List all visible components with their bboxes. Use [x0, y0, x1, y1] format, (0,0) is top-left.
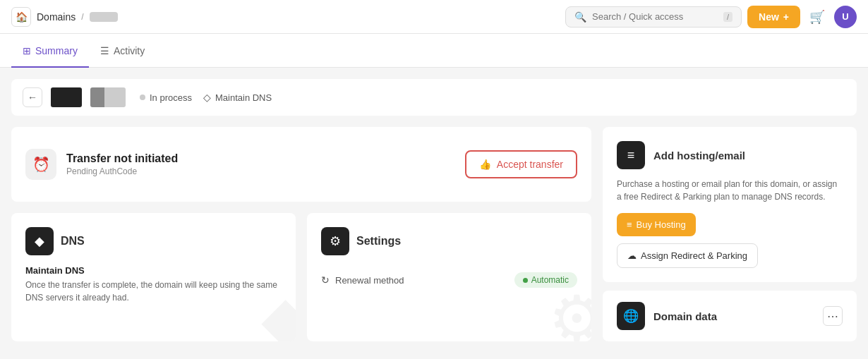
new-button-plus-icon: +	[783, 11, 789, 23]
buy-hosting-button[interactable]: ≡ Buy Hosting	[617, 213, 696, 236]
activity-tab-icon: ☰	[100, 45, 109, 56]
buy-hosting-icon: ≡	[627, 219, 632, 230]
tab-activity[interactable]: ☰ Activity	[89, 34, 156, 68]
summary-tab-label: Summary	[35, 45, 78, 56]
buy-hosting-label: Buy Hosting	[637, 219, 686, 230]
settings-card-header: ⚙ Settings	[321, 227, 577, 255]
domain-logo	[51, 87, 82, 107]
settings-card-title: Settings	[356, 235, 401, 248]
search-icon: 🔍	[574, 11, 586, 23]
renewal-icon: ↻	[321, 274, 330, 286]
search-input[interactable]	[592, 11, 718, 22]
transfer-clock-icon: ⏰	[32, 156, 50, 173]
hosting-icon-box: ≡	[617, 141, 645, 169]
domain-data-card: 🌐 Domain data ⋯	[603, 291, 857, 341]
home-button[interactable]: 🏠	[11, 7, 31, 27]
dns-diamond-icon: ◆	[35, 233, 44, 249]
search-bar[interactable]: 🔍 /	[565, 6, 742, 28]
hosting-card: ≡ Add hosting/email Purchase a hosting o…	[603, 127, 857, 282]
hosting-actions: ≡ Buy Hosting ☁ Assign Redirect & Parkin…	[617, 213, 843, 268]
dns-badge-icon: ◇	[203, 92, 211, 103]
breadcrumb-domains[interactable]: Domains	[37, 11, 76, 23]
transfer-info: ⏰ Transfer not initiated Pending AuthCod…	[25, 149, 178, 180]
accept-transfer-button[interactable]: 👍 Accept transfer	[465, 150, 577, 178]
domain-data-more-button[interactable]: ⋯	[823, 306, 843, 326]
domain-name-placeholder	[90, 87, 126, 107]
dns-icon-box: ◆	[25, 227, 54, 255]
accept-transfer-label: Accept transfer	[497, 159, 563, 170]
domain-status-area: In process ◇ Maintain DNS	[140, 92, 272, 103]
summary-tab-icon: ⊞	[23, 45, 31, 56]
hosting-card-header: ≡ Add hosting/email	[617, 141, 843, 169]
activity-tab-label: Activity	[114, 45, 145, 56]
globe-icon: 🌐	[623, 308, 639, 324]
dns-card-subtitle: Maintain DNS	[25, 265, 282, 276]
auto-badge: Automatic	[514, 272, 577, 288]
status-indicator-dot	[140, 95, 145, 100]
domain-header-bar: ← In process ◇ Maintain DNS	[11, 79, 857, 116]
breadcrumb-separator: /	[81, 12, 83, 22]
back-button[interactable]: ←	[23, 87, 42, 107]
cart-button[interactable]: 🛒	[806, 6, 828, 28]
transfer-text: Transfer not initiated Pending AuthCode	[66, 152, 178, 176]
hosting-card-title: Add hosting/email	[653, 150, 745, 162]
dns-card-description: Once the transfer is complete, the domai…	[25, 279, 282, 304]
renewal-label-text: Renewal method	[335, 275, 404, 286]
transfer-subtitle: Pending AuthCode	[66, 166, 178, 176]
back-arrow-icon: ←	[28, 92, 37, 103]
transfer-title: Transfer not initiated	[66, 152, 178, 165]
search-kbd: /	[723, 12, 733, 22]
settings-card: ⚙ Settings ↻ Renewal method Automatic ⚙	[307, 213, 591, 341]
more-dots-icon: ⋯	[827, 310, 838, 323]
assign-label: Assign Redirect & Parking	[641, 250, 747, 261]
sidebar-right: ≡ Add hosting/email Purchase a hosting o…	[603, 127, 857, 341]
breadcrumb: 🏠 Domains /	[11, 7, 560, 27]
app-header: 🏠 Domains / 🔍 / New + 🛒 U	[0, 0, 868, 34]
dns-badge: ◇ Maintain DNS	[203, 92, 272, 103]
hosting-list-icon: ≡	[627, 148, 635, 163]
auto-dot	[523, 278, 528, 283]
domain-data-title: Domain data	[653, 310, 717, 322]
settings-icon-box: ⚙	[321, 227, 349, 255]
renewal-method-label: ↻ Renewal method	[321, 274, 404, 286]
hosting-card-description: Purchase a hosting or email plan for thi…	[617, 178, 843, 203]
breadcrumb-current-domain	[90, 12, 118, 22]
auto-status-text: Automatic	[531, 275, 569, 285]
thumbs-up-icon: 👍	[479, 159, 491, 170]
transfer-card: ⏰ Transfer not initiated Pending AuthCod…	[11, 127, 591, 202]
domain-data-header: 🌐 Domain data	[617, 302, 717, 330]
main-content: ← In process ◇ Maintain DNS ⏰ Transfer	[0, 68, 868, 353]
content-grid: ⏰ Transfer not initiated Pending AuthCod…	[11, 127, 857, 341]
avatar[interactable]: U	[834, 6, 857, 28]
dns-card: ◆ DNS Maintain DNS Once the transfer is …	[11, 213, 296, 341]
assign-icon: ☁	[627, 250, 637, 261]
dns-card-header: ◆ DNS	[25, 227, 282, 255]
new-button-label: New	[759, 11, 779, 23]
tabs-bar: ⊞ Summary ☰ Activity	[0, 34, 868, 68]
transfer-icon-box: ⏰	[25, 149, 56, 180]
domain-data-icon-box: 🌐	[617, 302, 645, 330]
settings-gear-icon: ⚙	[330, 233, 341, 249]
tab-summary[interactable]: ⊞ Summary	[11, 34, 89, 68]
assign-redirect-parking-button[interactable]: ☁ Assign Redirect & Parking	[617, 243, 758, 268]
renewal-method-row: ↻ Renewal method Automatic	[321, 265, 577, 295]
dns-card-title: DNS	[61, 235, 85, 248]
status-text: In process	[150, 92, 192, 103]
dns-badge-label: Maintain DNS	[215, 92, 272, 103]
new-button[interactable]: New +	[747, 6, 800, 28]
